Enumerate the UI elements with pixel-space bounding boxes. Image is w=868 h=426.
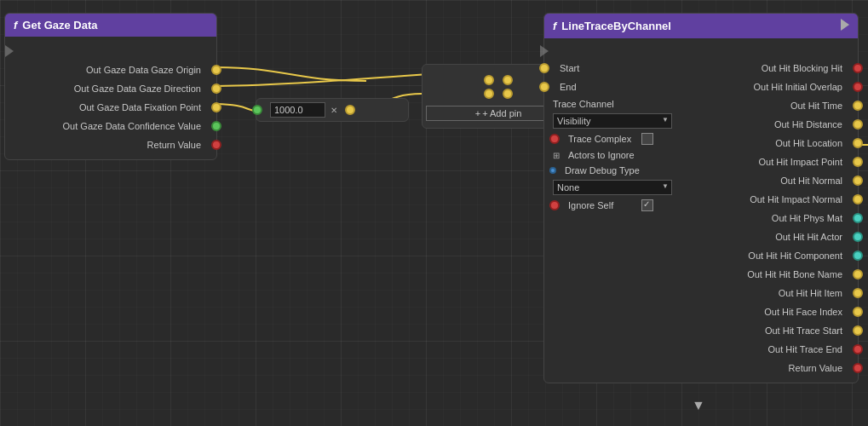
trace-complex-checkbox[interactable]	[641, 133, 653, 145]
gaze-confidence-dot[interactable]	[211, 121, 221, 131]
dot-trace-start[interactable]	[853, 325, 863, 336]
dot-bone-name[interactable]	[853, 269, 863, 279]
scroll-indicator[interactable]: ▼	[692, 398, 705, 413]
gaze-data-header: f Get Gaze Data	[5, 14, 216, 37]
pin-item[interactable]: Out Hit Hit Item	[701, 284, 858, 302]
gaze-origin-dot[interactable]	[211, 65, 221, 75]
value-clear-btn[interactable]: ✕	[331, 106, 337, 115]
dot-impact-normal[interactable]	[853, 194, 863, 204]
addpin-in2[interactable]	[484, 89, 494, 99]
dot-normal[interactable]	[853, 176, 863, 186]
label-initial-overlap: Out Hit Initial Overlap	[753, 82, 842, 92]
trace-exec-left[interactable]	[540, 45, 549, 57]
dot-phys-mat[interactable]	[853, 213, 863, 223]
trace-left-pins: Start End Trace Channel Visibility Camer…	[544, 59, 701, 377]
value-output-dot[interactable]	[345, 105, 355, 115]
pin-hit-distance[interactable]: Out Hit Distance	[701, 115, 858, 134]
gaze-direction-pin[interactable]: Out Gaze Data Gaze Direction	[5, 79, 216, 98]
trace-end-dot[interactable]	[539, 82, 549, 92]
pin-impact-normal[interactable]: Out Hit Impact Normal	[701, 190, 858, 209]
gaze-confidence-pin[interactable]: Out Gaze Data Confidence Value	[5, 117, 216, 135]
label-trace-start: Out Hit Trace Start	[765, 325, 842, 336]
gaze-return-dot[interactable]	[211, 140, 221, 150]
trace-title: LineTraceByChannel	[561, 20, 671, 32]
trace-complex-dot[interactable]	[549, 134, 560, 144]
label-hit-actor: Out Hit Hit Actor	[775, 232, 842, 242]
dot-impact-point[interactable]	[853, 157, 863, 167]
gaze-fixation-dot[interactable]	[211, 102, 221, 112]
actors-ignore-row: ⊞ Actors to Ignore	[544, 147, 701, 163]
pin-return-value[interactable]: Return Value	[701, 359, 858, 377]
trace-end-pin[interactable]: End	[544, 78, 701, 96]
pin-phys-mat[interactable]: Out Hit Phys Mat	[701, 209, 858, 227]
dot-item[interactable]	[853, 288, 863, 298]
draw-debug-dropdown-wrapper: None ForOneFrame ForDuration	[553, 180, 672, 195]
value-node: ✕	[256, 98, 409, 122]
pin-bone-name[interactable]: Out Hit Hit Bone Name	[701, 265, 858, 284]
gaze-fixation-pin[interactable]: Out Gaze Data Fixation Point	[5, 98, 216, 117]
gaze-direction-dot[interactable]	[211, 83, 221, 94]
pin-hit-actor[interactable]: Out Hit Hit Actor	[701, 227, 858, 246]
ignore-self-checkbox[interactable]	[641, 199, 653, 211]
gaze-data-title: Get Gaze Data	[22, 19, 97, 32]
gaze-data-node: f Get Gaze Data Out Gaze Data Gaze Origi…	[4, 13, 217, 160]
dot-initial-overlap[interactable]	[853, 82, 863, 92]
addpin-out1[interactable]	[503, 75, 513, 85]
value-node-body: ✕	[256, 99, 408, 121]
pin-hit-component[interactable]: Out Hit Hit Component	[701, 246, 858, 265]
dot-trace-end[interactable]	[853, 344, 863, 354]
dot-return-value[interactable]	[853, 363, 863, 373]
dot-hit-time[interactable]	[853, 101, 863, 111]
gaze-confidence-label: Out Gaze Data Confidence Value	[63, 121, 201, 131]
exec-pin-left[interactable]	[5, 42, 216, 60]
pin-trace-end[interactable]: Out Hit Trace End	[701, 340, 858, 359]
label-impact-point: Out Hit Impact Point	[759, 157, 842, 167]
addpin-out2[interactable]	[503, 89, 513, 99]
pin-hit-time[interactable]: Out Hit Time	[701, 96, 858, 115]
trace-channel-dropdown-row: Visibility Camera WorldStatic	[544, 112, 701, 130]
dot-face-index[interactable]	[853, 307, 863, 317]
actors-ignore-icon: ⊞	[553, 151, 560, 160]
gaze-return-label: Return Value	[147, 140, 201, 150]
pin-blocking-hit[interactable]: Out Hit Blocking Hit	[701, 59, 858, 78]
ignore-self-dot[interactable]	[549, 200, 560, 210]
trace-header: f LineTraceByChannel	[544, 14, 858, 38]
label-return-value: Return Value	[789, 363, 842, 373]
trace-complex-row: Trace Complex	[544, 130, 701, 147]
gaze-origin-label: Out Gaze Data Gaze Origin	[86, 65, 201, 75]
label-impact-normal: Out Hit Impact Normal	[750, 194, 842, 204]
gaze-return-pin[interactable]: Return Value	[5, 135, 216, 154]
draw-debug-select[interactable]: None ForOneFrame ForDuration	[553, 180, 672, 195]
trace-exec-right[interactable]	[841, 19, 849, 33]
pin-initial-overlap[interactable]: Out Hit Initial Overlap	[701, 78, 858, 96]
draw-debug-dot[interactable]	[549, 167, 556, 174]
gaze-origin-pin[interactable]: Out Gaze Data Gaze Origin	[5, 60, 216, 79]
func-icon: f	[14, 19, 17, 32]
draw-debug-row: Draw Debug Type	[544, 163, 701, 178]
pin-hit-location[interactable]: Out Hit Location	[701, 134, 858, 153]
label-hit-time: Out Hit Time	[790, 101, 842, 111]
gaze-direction-label: Out Gaze Data Gaze Direction	[74, 83, 201, 94]
label-phys-mat: Out Hit Phys Mat	[772, 213, 842, 223]
pin-face-index[interactable]: Out Hit Face Index	[701, 302, 858, 321]
pin-impact-point[interactable]: Out Hit Impact Point	[701, 153, 858, 171]
label-item: Out Hit Hit Item	[779, 288, 842, 298]
trace-body: Start End Trace Channel Visibility Camer…	[544, 38, 858, 383]
dot-hit-distance[interactable]	[853, 119, 863, 130]
gaze-fixation-label: Out Gaze Data Fixation Point	[79, 102, 201, 112]
trace-start-dot[interactable]	[539, 63, 549, 73]
trace-node: f LineTraceByChannel Start End	[543, 13, 859, 383]
label-normal: Out Hit Normal	[780, 176, 842, 186]
dot-hit-actor[interactable]	[853, 232, 863, 242]
value-input-dot[interactable]	[252, 105, 262, 115]
value-input[interactable]	[270, 102, 325, 118]
pin-trace-start[interactable]: Out Hit Trace Start	[701, 321, 858, 340]
pin-normal[interactable]: Out Hit Normal	[701, 171, 858, 190]
trace-channel-select[interactable]: Visibility Camera WorldStatic	[553, 113, 672, 129]
label-blocking-hit: Out Hit Blocking Hit	[762, 63, 842, 73]
addpin-in1[interactable]	[484, 75, 494, 85]
dot-hit-component[interactable]	[853, 250, 863, 261]
dot-hit-location[interactable]	[853, 138, 863, 148]
dot-blocking-hit[interactable]	[853, 63, 863, 73]
trace-start-pin[interactable]: Start	[544, 59, 701, 78]
